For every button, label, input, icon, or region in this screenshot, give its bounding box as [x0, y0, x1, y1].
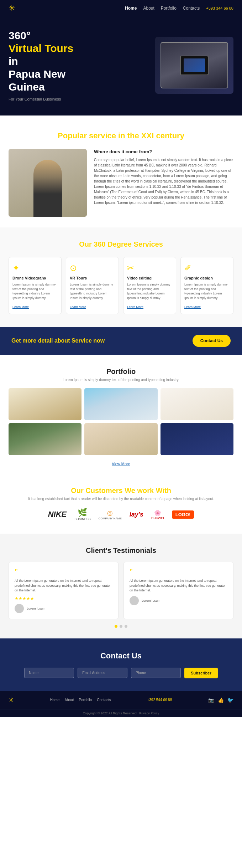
- portfolio-subtitle: Lorem Ipsum is simply dummy text of the …: [9, 378, 233, 382]
- portfolio-image-2: [84, 388, 157, 420]
- twitter-icon[interactable]: 🐦: [227, 697, 233, 703]
- footer-link-portfolio[interactable]: Portfolio: [79, 698, 92, 702]
- footer-logo: ✳: [9, 696, 14, 704]
- cta-heading: Get more detail about Service now: [11, 338, 105, 344]
- reviewer-avatar-2: [130, 596, 139, 605]
- cta-contact-button[interactable]: Contact Us: [193, 335, 231, 347]
- customers-heading: Our Customers We work With: [9, 487, 233, 495]
- portfolio-item-6[interactable]: Open Link: [161, 423, 233, 455]
- graphic-icon: ✐: [184, 263, 230, 273]
- popular-content-heading: Where does it come from?: [94, 149, 233, 154]
- footer-social: 📷 👍 🐦: [208, 697, 233, 703]
- hero-image-inner: [161, 42, 228, 88]
- tablet-icon: [180, 56, 209, 75]
- contact-form: Subscriber: [9, 668, 233, 678]
- service-title-vr: VR Tours: [70, 276, 115, 280]
- portfolio-image-5: [84, 423, 157, 455]
- service-desc-video: Lorem Ipsum is simply dummy text of the …: [127, 282, 172, 300]
- reviewer-avatar-1: [15, 604, 24, 613]
- brand-logo1: LOGO!: [172, 510, 194, 519]
- portfolio-item-4[interactable]: [9, 423, 81, 455]
- testimonials-section: Client's Testimonials " All the Lorem Ip…: [0, 534, 242, 638]
- nav-links: Home About Portfolio Contacts +393 344 6…: [125, 6, 233, 11]
- popular-heading: Popular service in the XXI century: [9, 131, 233, 140]
- privacy-policy-link[interactable]: Privacy Policy: [139, 712, 159, 715]
- portfolio-item-5[interactable]: [84, 423, 157, 455]
- footer-links: Home About Portfolio Contacts: [50, 698, 111, 702]
- facebook-icon[interactable]: 👍: [218, 697, 224, 703]
- portfolio-item-3[interactable]: [161, 388, 233, 420]
- service-card-vr: ⊙ VR Tours Lorem Ipsum is simply dummy t…: [66, 257, 119, 314]
- reviewer-1: Lorem Ipsum: [15, 604, 112, 613]
- testimonial-text-2: All the Lorem Ipsum generators on the In…: [130, 579, 227, 593]
- service-desc-drone: Lorem Ipsum is simply dummy text of the …: [12, 282, 58, 300]
- portfolio-heading: Portfolio: [9, 368, 233, 376]
- customers-subtitle: It is a long established fact that a rea…: [9, 497, 233, 501]
- nav-logo: ✳: [9, 4, 15, 13]
- services-heading: Our 360 Degree Services: [9, 240, 233, 248]
- testimonial-card-1: " All the Lorem Ipsum generators on the …: [9, 562, 119, 619]
- footer-copyright: Copyright © 2022 All Rights Reserved Pri…: [0, 709, 242, 717]
- popular-text: Where does it come from? Contrary to pop…: [94, 149, 233, 205]
- nav-link-contacts[interactable]: Contacts: [183, 6, 200, 11]
- services-section: Our 360 Degree Services ✦ Drone Videogra…: [0, 227, 242, 327]
- hero-in: inPapua NewGuinea: [9, 55, 148, 93]
- brand-lays: lay's: [130, 511, 143, 518]
- contact-phone-input[interactable]: [131, 668, 181, 678]
- footer-link-home[interactable]: Home: [50, 698, 60, 702]
- brand-company: ◎ COMPANY NAME: [99, 509, 122, 520]
- brand-nike: NIKE: [48, 510, 67, 519]
- vr-icon: ⊙: [70, 263, 115, 273]
- navigation: ✳ Home About Portfolio Contacts +393 344…: [0, 0, 242, 16]
- logos-row: NIKE 🌿 BUSINESS ◎ COMPANY NAME lay's 🌸 H…: [9, 508, 233, 521]
- service-card-video: ✂ Video editing Lorem Ipsum is simply du…: [123, 257, 176, 314]
- services-grid: ✦ Drone Videograhy Lorem Ipsum is simply…: [9, 257, 233, 314]
- service-link-vr[interactable]: Learn More: [70, 305, 86, 309]
- dot-3[interactable]: [125, 625, 127, 628]
- footer-link-contacts[interactable]: Contacts: [97, 698, 111, 702]
- nav-link-about[interactable]: About: [143, 6, 154, 11]
- service-desc-vr: Lorem Ipsum is simply dummy text of the …: [70, 282, 115, 300]
- brand-huawei: 🌸 HUAWEI: [151, 509, 164, 520]
- quote-open-1: ": [15, 568, 112, 576]
- dot-1[interactable]: [115, 625, 117, 628]
- dot-2[interactable]: [120, 625, 122, 628]
- portfolio-view-more[interactable]: View More: [112, 462, 130, 466]
- nav-link-portfolio[interactable]: Portfolio: [161, 6, 177, 11]
- service-link-video[interactable]: Learn More: [127, 305, 143, 309]
- customers-section: Our Customers We work With It is a long …: [0, 474, 242, 534]
- brand-wing: 🌿 BUSINESS: [74, 508, 91, 521]
- testimonial-text-1: All the Lorem Ipsum generators on the In…: [15, 579, 112, 593]
- popular-content: Where does it come from? Contrary to pop…: [9, 149, 233, 217]
- service-link-graphic[interactable]: Learn More: [184, 305, 201, 309]
- portfolio-image-6: Open Link: [161, 423, 233, 455]
- portfolio-item-2[interactable]: [84, 388, 157, 420]
- service-title-video: Video editing: [127, 276, 172, 280]
- popular-image: [9, 149, 87, 217]
- portfolio-image-1: [9, 388, 81, 420]
- nav-link-home[interactable]: Home: [125, 6, 137, 11]
- contact-email-input[interactable]: [78, 668, 127, 678]
- popular-content-text: Contrary to popular belief, Lorem Ipsum …: [94, 157, 233, 205]
- hero-subtext: For Your Comersial Bussiness: [9, 97, 148, 101]
- popular-image-person: [33, 160, 62, 217]
- portfolio-item-1[interactable]: [9, 388, 81, 420]
- portfolio-grid: Open Link: [9, 388, 233, 455]
- contact-heading: Contact Us: [9, 651, 233, 661]
- contact-name-input[interactable]: [24, 668, 74, 678]
- reviewer-2: Lorem Ipsum: [130, 596, 227, 605]
- hero-text: 360° Virtual Tours inPapua NewGuinea For…: [9, 29, 148, 101]
- testimonials-grid: " All the Lorem Ipsum generators on the …: [9, 562, 233, 619]
- testimonials-heading: Client's Testimonials: [9, 546, 233, 555]
- service-link-drone[interactable]: Learn More: [12, 305, 29, 309]
- reviewer-name-1: Lorem Ipsum: [27, 607, 46, 610]
- video-icon: ✂: [127, 263, 172, 273]
- hero-section: 360° Virtual Tours inPapua NewGuinea For…: [0, 16, 242, 115]
- portfolio-image-4: [9, 423, 81, 455]
- service-title-graphic: Graphic design: [184, 276, 230, 280]
- footer-link-about[interactable]: About: [64, 698, 74, 702]
- instagram-icon[interactable]: 📷: [208, 697, 214, 703]
- subscribe-button[interactable]: Subscriber: [184, 668, 217, 678]
- contact-section: Contact Us Subscriber: [0, 638, 242, 691]
- nav-phone: +393 344 66 88: [206, 6, 233, 10]
